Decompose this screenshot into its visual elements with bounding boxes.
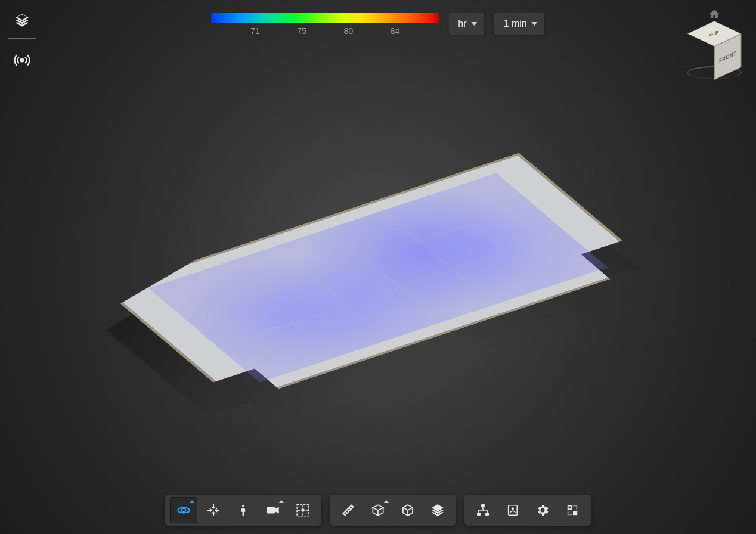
model-layers-tool[interactable] — [424, 497, 451, 523]
camera-tool[interactable] — [259, 497, 287, 523]
settings-tool-group — [464, 495, 591, 526]
svg-point-1 — [182, 508, 186, 513]
top-controls: 71 75 80 84 hr 1 min — [211, 13, 544, 36]
svg-point-3 — [242, 505, 244, 507]
orbit-tool[interactable] — [170, 497, 197, 523]
model-structure-tool[interactable] — [469, 497, 497, 523]
svg-rect-7 — [481, 504, 485, 507]
viewcube-top-label: TOP — [707, 30, 721, 38]
time-dropdown-label: 1 min — [504, 18, 527, 29]
fullscreen-tool[interactable] — [559, 497, 586, 523]
svg-point-0 — [21, 59, 24, 62]
chevron-down-icon — [532, 22, 538, 26]
viewcube[interactable]: TOP FRONT RIGHT — [686, 24, 743, 81]
measure-tool[interactable] — [334, 497, 362, 523]
properties-tool[interactable] — [499, 497, 526, 523]
section-tool[interactable] — [289, 497, 317, 523]
unit-dropdown-label: hr — [458, 18, 466, 29]
broadcast-icon — [14, 52, 30, 69]
viewcube-area: TOP FRONT RIGHT — [686, 8, 743, 81]
svg-rect-4 — [267, 507, 275, 514]
svg-rect-8 — [477, 513, 481, 516]
legend-tick: 84 — [391, 26, 400, 36]
broadcast-button[interactable] — [11, 51, 33, 70]
left-toolbar — [8, 11, 36, 70]
heat-legend: 71 75 80 84 — [211, 13, 439, 36]
unit-dropdown[interactable]: hr — [448, 13, 484, 35]
svg-point-6 — [301, 508, 304, 511]
navigation-tool-group — [165, 495, 321, 526]
layers-button[interactable] — [11, 11, 33, 30]
object-tool[interactable] — [394, 497, 422, 523]
legend-tick: 71 — [250, 26, 260, 36]
svg-rect-9 — [485, 513, 489, 516]
legend-tick: 80 — [344, 26, 354, 36]
pan-tool[interactable] — [200, 497, 227, 523]
legend-ticks: 71 75 80 84 — [211, 23, 439, 36]
viewcube-front-label: FRONT — [719, 49, 736, 64]
legend-tick: 75 — [297, 26, 306, 36]
home-button[interactable] — [708, 8, 720, 20]
layers-icon — [14, 13, 30, 28]
time-dropdown[interactable]: 1 min — [494, 13, 545, 35]
walk-tool[interactable] — [230, 497, 257, 523]
chevron-down-icon — [472, 22, 478, 26]
bottom-toolbar — [165, 495, 591, 526]
svg-point-11 — [512, 507, 514, 510]
divider — [8, 38, 36, 39]
explode-tool[interactable] — [364, 497, 392, 523]
analyze-tool-group — [330, 495, 456, 526]
settings-tool[interactable] — [529, 497, 556, 523]
svg-rect-10 — [509, 505, 518, 516]
legend-gradient — [211, 13, 439, 23]
